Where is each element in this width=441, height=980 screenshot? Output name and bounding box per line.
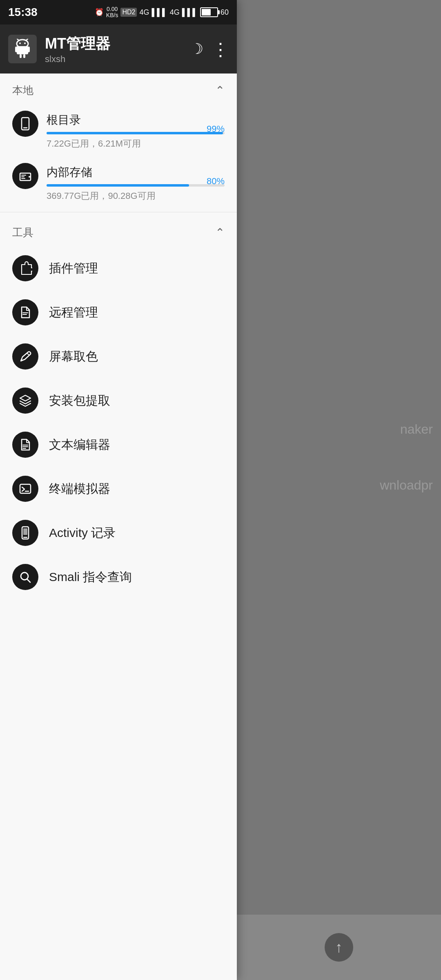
clock-icon: ⏰ — [95, 8, 104, 17]
internal-content: 内部存储 80% 369.77G已用，90.28G可用 — [47, 163, 225, 202]
tools-section-title: 工具 — [12, 225, 33, 240]
local-section-header: 本地 ⌃ — [0, 74, 237, 104]
apk-icon — [12, 388, 38, 414]
remote-management-item[interactable]: 远程管理 — [0, 290, 237, 334]
terminal-icon-svg — [18, 482, 32, 496]
svg-marker-22 — [20, 395, 31, 401]
right-panel: naker wnloadpr ↑ — [237, 0, 441, 980]
root-progress-container: 99% — [47, 132, 225, 134]
smali-query-item[interactable]: Smali 指令查询 — [0, 555, 237, 599]
internal-name: 内部存储 — [47, 165, 225, 180]
local-section-title: 本地 — [12, 83, 33, 98]
search-icon — [18, 570, 32, 584]
svg-line-1 — [17, 39, 19, 40]
app-subtitle: slxsh — [45, 54, 182, 65]
internal-icon — [12, 163, 38, 189]
right-panel-text-1: naker — [400, 422, 433, 437]
activity-icon — [18, 526, 32, 540]
internal-progress-label: 80% — [207, 176, 225, 187]
activity-record-item[interactable]: Activity 记录 — [0, 511, 237, 555]
android-icon — [12, 39, 33, 59]
app-title: MT管理器 — [45, 34, 182, 54]
svg-point-13 — [29, 176, 30, 178]
internal-progress-container: 80% — [47, 184, 225, 187]
svg-rect-32 — [23, 528, 27, 535]
tools-chevron-icon[interactable]: ⌃ — [215, 226, 225, 239]
pen-icon — [18, 350, 32, 363]
main-content: 本地 ⌃ 根目录 99% 7.22G已用，6.21M可用 — [0, 74, 237, 980]
smali-icon — [12, 564, 38, 590]
text-editor-label: 文本编辑器 — [49, 437, 110, 453]
hd-indicator: HD2 — [120, 8, 137, 17]
header-actions: ☽ ⋮ — [190, 39, 229, 60]
phone-icon — [18, 117, 32, 131]
file-icon — [18, 305, 32, 319]
svg-line-21 — [27, 353, 29, 355]
svg-point-4 — [24, 42, 26, 44]
left-panel: 15:38 ⏰ 0.00KB/s HD2 4G ▌▌▌ 4G ▌▌▌ 60 — [0, 0, 237, 980]
app-title-section: MT管理器 slxsh — [45, 34, 182, 65]
internal-info: 369.77G已用，90.28G可用 — [47, 190, 225, 202]
plugin-icon — [12, 255, 38, 281]
internal-storage-item[interactable]: 内部存储 80% 369.77G已用，90.28G可用 — [0, 156, 237, 209]
remote-icon — [12, 299, 38, 325]
puzzle-icon — [18, 261, 32, 275]
root-info: 7.22G已用，6.21M可用 — [47, 138, 225, 150]
plugin-management-label: 插件管理 — [49, 260, 98, 277]
svg-rect-7 — [27, 47, 30, 52]
remote-management-label: 远程管理 — [49, 304, 98, 321]
signal-bars: ▌▌▌ — [151, 8, 167, 17]
colorpicker-icon — [12, 343, 38, 370]
more-options-icon[interactable]: ⋮ — [212, 39, 229, 60]
terminal-icon — [12, 476, 38, 502]
signal-bars-2: ▌▌▌ — [182, 8, 198, 17]
network1-icon: 4G — [139, 8, 149, 17]
layers-icon — [18, 394, 32, 408]
root-name: 根目录 — [47, 112, 225, 128]
apk-extraction-item[interactable]: 安装包提取 — [0, 379, 237, 423]
app-header: MT管理器 slxsh ☽ ⋮ — [0, 24, 237, 74]
battery-fill — [202, 9, 211, 16]
svg-line-34 — [27, 579, 30, 582]
svg-rect-9 — [23, 54, 25, 58]
terminal-emulator-label: 终端模拟器 — [49, 481, 110, 497]
up-arrow-button[interactable]: ↑ — [325, 933, 353, 962]
right-panel-text-2: wnloadpr — [380, 478, 433, 493]
section-divider — [0, 212, 237, 212]
internal-progress-fill — [47, 184, 189, 187]
screen-colorpicker-item[interactable]: 屏幕取色 — [0, 334, 237, 379]
text-editor-icon — [12, 432, 38, 458]
svg-rect-8 — [20, 54, 22, 58]
svg-line-2 — [26, 39, 28, 40]
root-progress-label: 99% — [207, 124, 225, 134]
root-storage-item[interactable]: 根目录 99% 7.22G已用，6.21M可用 — [0, 104, 237, 156]
svg-rect-6 — [15, 47, 18, 52]
svg-rect-28 — [20, 484, 31, 493]
network2-icon: 4G — [170, 8, 180, 17]
status-bar: 15:38 ⏰ 0.00KB/s HD2 4G ▌▌▌ 4G ▌▌▌ 60 — [0, 0, 237, 24]
storage-icon — [18, 169, 32, 183]
battery-icon — [200, 7, 218, 17]
root-content: 根目录 99% 7.22G已用，6.21M可用 — [47, 111, 225, 150]
plugin-management-item[interactable]: 插件管理 — [0, 246, 237, 290]
right-panel-bottom: ↑ — [237, 915, 441, 980]
local-chevron-icon[interactable]: ⌃ — [215, 84, 225, 97]
svg-point-3 — [19, 42, 21, 44]
terminal-emulator-item[interactable]: 终端模拟器 — [0, 467, 237, 511]
status-time: 15:38 — [8, 6, 38, 19]
activity-record-icon — [12, 520, 38, 546]
text-editor-item[interactable]: 文本编辑器 — [0, 423, 237, 467]
moon-icon[interactable]: ☽ — [190, 40, 203, 58]
tools-section-header: 工具 ⌃ — [0, 216, 237, 246]
document-icon — [18, 438, 32, 452]
svg-rect-5 — [17, 46, 28, 54]
screen-colorpicker-label: 屏幕取色 — [49, 348, 98, 365]
status-icons: ⏰ 0.00KB/s HD2 4G ▌▌▌ 4G ▌▌▌ 60 — [95, 6, 229, 19]
apk-extraction-label: 安装包提取 — [49, 392, 110, 409]
smali-query-label: Smali 指令查询 — [49, 569, 132, 586]
battery-level: 60 — [220, 8, 229, 17]
speed-indicator: 0.00KB/s — [106, 6, 118, 19]
root-progress-fill — [47, 132, 223, 134]
activity-record-label: Activity 记录 — [49, 525, 116, 541]
right-panel-content: naker wnloadpr — [237, 0, 441, 915]
